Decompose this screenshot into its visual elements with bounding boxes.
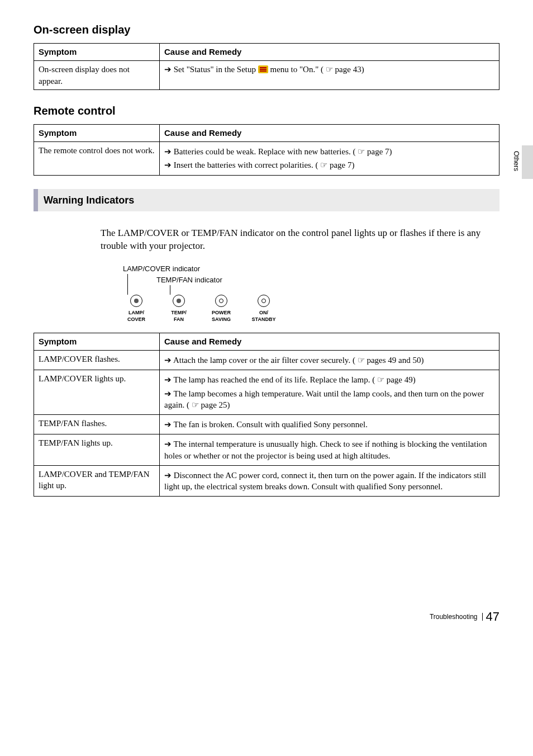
side-tab-label: Others [512,151,521,171]
remedy-text: Batteries could be weak. Replace with ne… [174,147,356,156]
symptom-cell: LAMP/COVER and TEMP/FAN light up. [34,465,160,497]
symptom-cell: On-screen display does not appear. [34,61,160,90]
remedy-cell: Attach the lamp cover or the air filter … [160,351,499,370]
arrow-icon [164,471,174,480]
led-on-standby: ON/ STANDBY [250,295,277,323]
led-temp-fan: TEMP/ FAN [165,295,192,323]
led-caption: POWER SAVING [208,309,235,323]
menu-icon [258,65,268,73]
table-row: The remote control does not work. Batter… [34,142,499,176]
remedy-cell: Batteries could be weak. Replace with ne… [160,142,499,176]
remedy-text: menu to "On." ( [268,65,323,74]
footer-title: Troubleshooting [430,613,483,621]
remedy-text: The internal temperature is unusually hi… [164,440,487,460]
arrow-icon [164,389,173,398]
led-lamp-cover: LAMP/ COVER [123,295,150,323]
indicator-diagram: LAMP/COVER indicator TEMP/FAN indicator … [123,264,499,323]
arrow-icon [164,420,173,429]
warning-table: Symptom Cause and Remedy LAMP/COVER flas… [34,333,499,497]
remedy-cell: The fan is broken. Consult with qualifie… [160,415,499,434]
led-caption: TEMP/ FAN [165,309,192,323]
hand-icon [323,65,333,74]
table-header: Symptom [34,124,160,141]
remote-heading: Remote control [34,103,499,119]
arrow-icon [164,65,174,74]
arrow-icon [164,160,174,169]
page-ref: page 7) [365,147,392,156]
remedy-text: Disconnect the AC power cord, connect it… [164,471,486,491]
remedy-cell: The lamp has reached the end of its life… [160,370,499,415]
page-ref: page 43) [333,65,364,74]
remedy-text: The fan is broken. Consult with qualifie… [173,420,367,429]
remedy-text: The lamp has reached the end of its life… [173,375,375,384]
osd-table: Symptom Cause and Remedy On-screen displ… [34,43,499,90]
page-ref: page 49) [384,375,416,384]
arrow-icon [164,440,173,448]
symptom-cell: LAMP/COVER flashes. [34,351,160,370]
table-row: LAMP/COVER and TEMP/FAN light up.Disconn… [34,465,499,497]
led-caption: LAMP/ COVER [123,309,150,323]
symptom-cell: The remote control does not work. [34,142,160,176]
hand-icon [355,147,365,156]
page-ref: page 25) [199,400,230,409]
remedy-cell: Disconnect the AC power cord, connect it… [160,465,499,497]
remedy-cell: Set "Status" in the Setup menu to "On." … [160,61,499,90]
side-tab [522,145,533,179]
remedy-text: Insert the batteries with correct polari… [174,160,318,169]
warning-heading: Warning Indicators [34,189,499,211]
hand-icon [318,160,327,169]
remote-table: Symptom Cause and Remedy The remote cont… [34,124,499,176]
warning-intro: The LAMP/COVER or TEMP/FAN indicator on … [101,227,499,253]
remedy-cell: The internal temperature is unusually hi… [160,434,499,466]
symptom-cell: TEMP/FAN lights up. [34,434,160,466]
osd-heading: On-screen display [34,22,499,37]
page-ref: pages 49 and 50) [365,356,424,365]
symptom-cell: LAMP/COVER lights up. [34,370,160,415]
led-power-saving: POWER SAVING [208,295,235,323]
hand-icon [375,375,384,384]
table-row: LAMP/COVER flashes.Attach the lamp cover… [34,351,499,370]
lampcover-label: LAMP/COVER indicator [123,264,200,274]
arrow-icon [164,375,173,384]
page-ref: page 7) [327,160,354,169]
table-row: LAMP/COVER lights up.The lamp has reache… [34,370,499,415]
symptom-cell: TEMP/FAN flashes. [34,415,160,434]
page-footer: Troubleshooting47 [34,608,499,625]
arrow-icon [164,147,174,156]
hand-icon [189,400,199,409]
remedy-text: Set "Status" in the Setup [174,65,258,74]
table-row: TEMP/FAN lights up.The internal temperat… [34,434,499,466]
table-header: Cause and Remedy [160,333,499,350]
tempfan-label: TEMP/FAN indicator [156,275,222,285]
table-header: Symptom [34,333,160,350]
table-header: Symptom [34,44,160,61]
hand-icon [355,356,365,365]
table-header: Cause and Remedy [160,44,499,61]
led-caption: ON/ STANDBY [250,309,277,323]
arrow-icon [164,356,173,365]
table-header: Cause and Remedy [160,124,499,141]
page-number: 47 [486,609,499,623]
remedy-text: Attach the lamp cover or the air filter … [173,356,355,365]
table-row: TEMP/FAN flashes.The fan is broken. Cons… [34,415,499,434]
table-row: On-screen display does not appear. Set "… [34,61,499,90]
